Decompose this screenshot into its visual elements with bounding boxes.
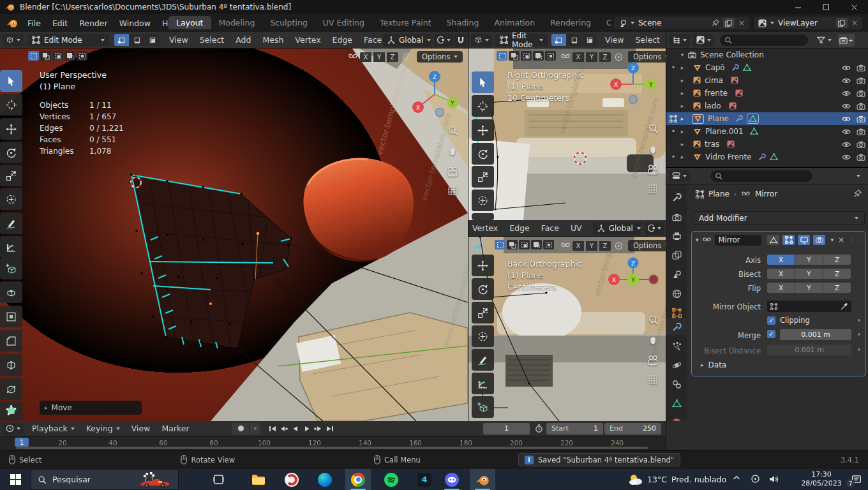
merge-checkbox[interactable]: ✓ bbox=[767, 330, 775, 338]
tab-rendering[interactable]: Rendering bbox=[542, 16, 599, 29]
scale-tool[interactable] bbox=[472, 302, 494, 323]
prev-keyframe-button[interactable] bbox=[278, 424, 289, 434]
pan-hand-icon[interactable] bbox=[646, 333, 660, 347]
mode-dropdown[interactable]: Edit Mode bbox=[27, 34, 109, 47]
menu-uv-br[interactable]: UV bbox=[565, 223, 588, 233]
use-preview-range-icon[interactable] bbox=[535, 424, 543, 433]
menu-window[interactable]: Window bbox=[114, 19, 156, 28]
remove-viewlayer-icon[interactable]: × bbox=[851, 19, 858, 27]
select-subtract-icon[interactable] bbox=[521, 51, 532, 61]
scale-tool[interactable] bbox=[472, 166, 494, 188]
select-invert-icon[interactable] bbox=[533, 51, 544, 61]
tray-chevron-up-icon[interactable] bbox=[733, 475, 740, 480]
navigation-gizmo-tr[interactable]: Z X Y bbox=[610, 60, 659, 108]
task-view-button[interactable] bbox=[206, 469, 231, 490]
menu-render[interactable]: Render bbox=[73, 19, 114, 28]
timeline-editor-button[interactable] bbox=[3, 423, 24, 434]
transform-orientation-dropdown[interactable]: Global bbox=[383, 34, 431, 47]
close-button[interactable] bbox=[840, 0, 868, 14]
menu-file[interactable]: File bbox=[22, 19, 47, 28]
select-extend-icon[interactable] bbox=[507, 240, 518, 249]
timeline-scrollbar[interactable] bbox=[16, 447, 648, 449]
tab-animation[interactable]: Animation bbox=[486, 16, 542, 29]
transform-tool[interactable] bbox=[0, 188, 22, 210]
bisect-x-button[interactable]: X bbox=[767, 269, 795, 279]
modifier-name-field[interactable]: Mirror bbox=[715, 235, 762, 246]
pin-icon[interactable] bbox=[712, 19, 719, 27]
camera-view-icon[interactable] bbox=[646, 353, 660, 368]
select-subtract-icon[interactable] bbox=[52, 51, 63, 61]
app-icon-red[interactable] bbox=[279, 469, 304, 490]
move-tool[interactable] bbox=[472, 255, 494, 276]
menu-mesh[interactable]: Mesh bbox=[257, 35, 289, 45]
spotify-icon[interactable] bbox=[378, 469, 404, 490]
tab-scene[interactable] bbox=[671, 269, 682, 280]
face-select-button[interactable] bbox=[582, 34, 597, 46]
hide-eye-icon[interactable] bbox=[842, 154, 851, 160]
properties-options-icon[interactable] bbox=[857, 175, 860, 177]
mirror-z-button[interactable]: Z bbox=[599, 241, 611, 251]
rotate-tool[interactable] bbox=[472, 143, 494, 165]
mirror-z-button[interactable]: Z bbox=[387, 52, 398, 62]
toggle-edit-mode-icon[interactable] bbox=[782, 235, 795, 245]
inset-faces-tool[interactable] bbox=[0, 306, 22, 327]
tab-layout[interactable]: Layout bbox=[168, 16, 211, 29]
menu-view-timeline[interactable]: View bbox=[126, 424, 156, 433]
move-tool[interactable] bbox=[0, 118, 22, 140]
ortho-grid-icon[interactable] bbox=[646, 373, 660, 387]
cursor-tool[interactable] bbox=[0, 94, 22, 115]
zoom-icon[interactable] bbox=[646, 121, 660, 135]
select-extend-icon[interactable] bbox=[509, 51, 520, 61]
measure-tool[interactable] bbox=[472, 373, 494, 394]
mode-dropdown-right[interactable]: Edit Mode bbox=[495, 34, 548, 47]
playhead[interactable]: 1 bbox=[15, 438, 29, 447]
disable-render-icon[interactable] bbox=[857, 154, 865, 161]
tab-sculpting[interactable]: Sculpting bbox=[262, 16, 315, 29]
add-cube-tool[interactable] bbox=[472, 396, 494, 418]
tab-shading[interactable]: Shading bbox=[439, 16, 487, 29]
mirror-y-button[interactable]: Y bbox=[586, 241, 597, 251]
next-keyframe-button[interactable] bbox=[313, 424, 324, 434]
play-reverse-button[interactable] bbox=[290, 424, 301, 434]
tab-physics[interactable] bbox=[671, 359, 682, 371]
toggle-realtime-icon[interactable] bbox=[798, 235, 810, 245]
jump-to-end-button[interactable] bbox=[324, 424, 335, 434]
breadcrumb-object[interactable]: Plane bbox=[708, 189, 730, 198]
properties-search-input[interactable] bbox=[710, 170, 812, 182]
cursor-tool[interactable] bbox=[472, 95, 494, 117]
annotate-tool[interactable] bbox=[472, 213, 494, 220]
minimize-button[interactable] bbox=[784, 0, 812, 14]
bisect-y-button[interactable]: Y bbox=[795, 269, 823, 279]
new-collection-button[interactable]: + bbox=[838, 34, 855, 47]
pin-id-icon[interactable] bbox=[853, 189, 862, 198]
end-frame-field[interactable]: End250 bbox=[604, 423, 661, 434]
poly-build-tool[interactable] bbox=[0, 401, 22, 420]
menu-playback[interactable]: Playback bbox=[26, 424, 80, 433]
navigation-gizmo[interactable]: Z X Y bbox=[412, 68, 460, 120]
select-box-tool[interactable] bbox=[0, 70, 22, 92]
outliner-row-tras[interactable]: ▸ tras bbox=[666, 138, 868, 151]
remove-modifier-icon[interactable]: × bbox=[838, 235, 844, 244]
rotate-tool[interactable] bbox=[0, 142, 22, 163]
tab-object[interactable] bbox=[671, 307, 682, 318]
proportional-edit-icon[interactable] bbox=[615, 242, 623, 250]
proportional-edit-icon[interactable] bbox=[403, 53, 411, 61]
editor-type-button-right[interactable] bbox=[471, 34, 492, 47]
menu-view-right[interactable]: View bbox=[599, 35, 630, 45]
tab-output[interactable] bbox=[671, 230, 682, 242]
select-subtract-icon[interactable] bbox=[519, 240, 530, 249]
outliner-editor-button[interactable] bbox=[669, 34, 690, 47]
breadcrumb-modifier[interactable]: Mirror bbox=[755, 189, 777, 198]
blender-menu-icon[interactable] bbox=[6, 18, 18, 28]
menu-face-br[interactable]: Face bbox=[535, 223, 565, 233]
move-tool[interactable] bbox=[472, 119, 494, 141]
disable-render-icon[interactable] bbox=[857, 77, 865, 84]
current-frame-field[interactable]: 1 bbox=[483, 423, 530, 434]
zoom-icon[interactable] bbox=[445, 123, 460, 137]
blender-taskbar-icon[interactable] bbox=[470, 469, 495, 490]
mirror-x-button[interactable]: X bbox=[360, 52, 371, 62]
menu-add[interactable]: Add bbox=[230, 35, 257, 45]
auto-key-options-icon[interactable] bbox=[250, 423, 260, 434]
disable-render-icon[interactable] bbox=[857, 128, 865, 135]
add-cube-tool[interactable] bbox=[0, 258, 22, 279]
